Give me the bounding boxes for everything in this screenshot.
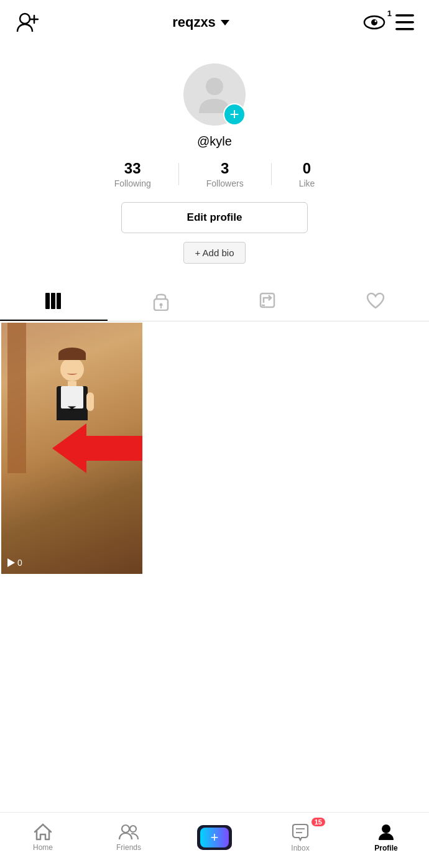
viewers-button[interactable]: 1 — [363, 14, 385, 31]
bottom-nav: Home Friends + 15 Inbox — [0, 812, 429, 868]
svg-rect-7 — [395, 21, 414, 24]
hamburger-icon — [395, 14, 414, 30]
friends-label: Friends — [116, 843, 141, 852]
followers-label: Followers — [206, 178, 244, 188]
edit-profile-button[interactable]: Edit profile — [121, 202, 308, 233]
svg-point-19 — [130, 826, 136, 832]
inbox-icon — [291, 823, 310, 841]
username-dropdown[interactable]: reqzxs — [172, 14, 229, 30]
following-label: Following — [114, 178, 151, 188]
friends-icon — [118, 823, 139, 841]
content-tabs — [0, 282, 429, 321]
svg-rect-10 — [45, 293, 50, 309]
tab-reposts[interactable] — [214, 282, 322, 321]
svg-point-9 — [206, 78, 223, 95]
svg-point-4 — [371, 19, 377, 25]
avatar-add-button[interactable]: + — [223, 103, 246, 126]
tab-likes[interactable] — [322, 282, 430, 321]
add-user-icon — [15, 11, 39, 34]
add-bio-button[interactable]: + Add bio — [183, 242, 246, 264]
nav-username: reqzxs — [172, 14, 216, 30]
nav-inbox[interactable]: 15 Inbox — [282, 823, 319, 852]
tab-posts[interactable] — [0, 282, 108, 321]
video-grid: 0 — [0, 321, 429, 575]
profile-section: + @kyle 33 Following 3 Followers 0 Like … — [0, 45, 429, 276]
svg-point-14 — [159, 303, 162, 307]
nav-home[interactable]: Home — [24, 823, 62, 852]
nav-create[interactable]: + — [196, 825, 233, 850]
stats-row: 33 Following 3 Followers 0 Like — [12, 160, 417, 188]
svg-point-0 — [20, 14, 30, 24]
eye-icon — [363, 14, 385, 31]
video-thumbnail[interactable]: 0 — [1, 323, 142, 574]
following-count: 33 — [124, 160, 141, 177]
followers-count: 3 — [221, 160, 229, 177]
avatar-wrap: + — [183, 63, 246, 126]
home-icon — [34, 823, 52, 841]
svg-point-5 — [375, 21, 377, 22]
inbox-label: Inbox — [291, 844, 309, 852]
repost-icon — [259, 292, 277, 310]
bottom-spacer — [0, 575, 429, 637]
top-nav: reqzxs 1 — [0, 0, 429, 45]
likes-label: Like — [299, 178, 315, 188]
svg-rect-8 — [395, 28, 414, 30]
video-play-count: 0 — [7, 558, 22, 568]
likes-count: 0 — [303, 160, 311, 177]
followers-stat[interactable]: 3 Followers — [179, 160, 271, 188]
menu-button[interactable] — [395, 14, 414, 30]
tab-private[interactable] — [108, 282, 215, 321]
heart-outline-icon — [366, 292, 385, 310]
nav-profile[interactable]: Profile — [367, 823, 405, 852]
svg-point-18 — [122, 825, 129, 833]
profile-icon — [377, 823, 395, 841]
play-icon — [7, 558, 15, 567]
following-stat[interactable]: 33 Following — [87, 160, 178, 188]
svg-rect-6 — [395, 14, 414, 17]
nav-friends[interactable]: Friends — [110, 823, 147, 852]
home-label: Home — [33, 843, 53, 852]
profile-username: @kyle — [197, 134, 232, 149]
grid-icon — [45, 292, 62, 310]
add-user-button[interactable] — [15, 11, 39, 34]
lock-icon — [152, 291, 170, 311]
likes-stat[interactable]: 0 Like — [272, 160, 343, 188]
svg-rect-12 — [57, 293, 61, 309]
chevron-down-icon — [221, 20, 229, 25]
svg-point-22 — [382, 824, 390, 833]
create-button[interactable]: + — [197, 825, 232, 850]
svg-rect-11 — [51, 293, 55, 309]
inbox-badge: 15 — [311, 818, 325, 826]
viewers-badge: 1 — [387, 9, 392, 18]
profile-label: Profile — [374, 844, 397, 852]
